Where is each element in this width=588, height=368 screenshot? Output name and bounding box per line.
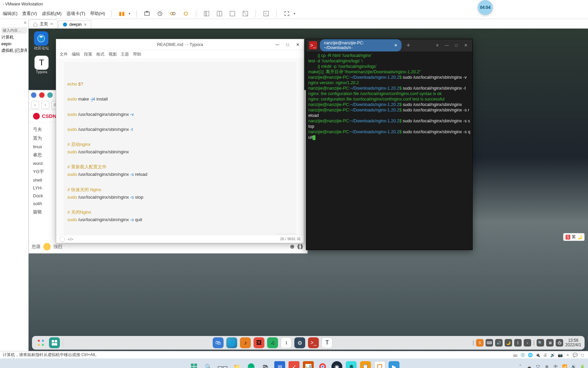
menu-paragraph[interactable]: 段落 — [84, 51, 92, 57]
lang-icon[interactable]: ⊕ — [544, 364, 550, 368]
launcher-icon[interactable] — [35, 337, 46, 348]
menu-help[interactable]: 帮助 — [133, 51, 141, 57]
revert-icon[interactable] — [156, 10, 164, 18]
keyboard-icon[interactable]: ⌨ — [486, 339, 493, 347]
browser-icon[interactable]: 🌐 — [226, 337, 237, 348]
deepin-taskbar[interactable]: 🛍 🌐 ♪ 🖼 ♫ 1 ⚙ >_ T | S ⌨ 🔊 🌙 ᛒ — [32, 336, 585, 350]
typora-window[interactable]: README.md · - Typora — □ ✕ 文件 编辑 段落 格式 视… — [56, 39, 304, 243]
edge-icon[interactable] — [246, 361, 257, 368]
tab-icon[interactable] — [31, 92, 36, 98]
tab-icon[interactable] — [47, 92, 53, 98]
close-button[interactable]: ✕ — [462, 42, 470, 49]
share-button[interactable]: ⟪⟫ — [297, 243, 303, 250]
library-item[interactable]: 虚拟机 (已弃用) — [1, 47, 27, 54]
csdn-logo[interactable]: CSDN — [42, 113, 56, 119]
windows-taskbar[interactable]: 🔍 ▭▭ 📁 🛍 ✉ ✓ 📊 ◉ ❄ 📋 ▶ ˄ ☁ 🛡 ⊕ 中 📶 🔊 🔋 — [0, 358, 588, 368]
terminal-icon[interactable]: >_ — [308, 337, 319, 348]
mail-icon[interactable]: ✉ — [274, 361, 285, 368]
terminal-window[interactable]: >_ nanzijie@nanzijie-PC: ~/Downloads/n··… — [306, 39, 473, 250]
calendar-icon[interactable]: 1 — [281, 337, 292, 348]
taskview-icon[interactable]: ▭▭ — [217, 361, 228, 368]
onedrive-icon[interactable]: ☁ — [526, 364, 532, 368]
sogou-tray-icon[interactable]: S — [476, 339, 484, 347]
device-icon[interactable]: 💬 — [572, 352, 578, 358]
device-icon[interactable]: □ — [580, 352, 585, 358]
layout4-icon[interactable] — [241, 10, 249, 18]
maximize-button[interactable]: □ — [453, 42, 460, 49]
video-icon[interactable]: ▶ — [389, 361, 399, 368]
close-icon[interactable]: ✕ — [50, 22, 53, 26]
pause-button[interactable]: ▮▮ — [118, 10, 126, 18]
clock-widget[interactable]: 04:54 — [478, 0, 493, 15]
code-block[interactable]: echo $? sudo make -j4 install sudo /usr/… — [64, 62, 296, 235]
appstore-icon[interactable]: 🛍 — [213, 337, 224, 348]
menu-icon[interactable]: ≡ — [434, 42, 441, 49]
manage-snapshot-icon[interactable] — [169, 10, 177, 18]
security-icon[interactable]: 🛡 — [535, 364, 541, 368]
volume-icon[interactable]: 🔊 — [495, 339, 503, 347]
chevron-up-icon[interactable]: ˄ — [517, 364, 523, 368]
device-icon[interactable]: 🌐 — [527, 352, 533, 358]
vmware-icon[interactable] — [374, 361, 385, 368]
display-icon[interactable]: 🖥 — [546, 339, 554, 347]
close-icon[interactable]: ✕ — [84, 22, 87, 27]
library-filter[interactable]: 键入内容… — [1, 27, 27, 34]
layout2-icon[interactable] — [215, 10, 224, 18]
forward-button[interactable]: › — [41, 101, 49, 109]
fullscreen-icon[interactable] — [283, 10, 291, 18]
explorer-icon[interactable]: 📁 — [231, 361, 242, 368]
device-icon[interactable]: 🔊 — [550, 352, 555, 358]
tab-icon[interactable] — [39, 92, 45, 98]
snapshot2-icon[interactable] — [182, 10, 190, 18]
gallery-icon[interactable]: 🖼 — [254, 337, 264, 348]
menu-file[interactable]: 文件 — [60, 51, 68, 57]
store-icon[interactable]: 🛍 — [260, 361, 271, 368]
snapshot-icon[interactable] — [143, 10, 151, 18]
menu-edit[interactable]: 编辑 — [72, 51, 80, 57]
chrome-icon[interactable] — [317, 361, 328, 368]
typora-editor[interactable]: echo $? sudo make -j4 install sudo /usr/… — [56, 58, 304, 235]
tab-home[interactable]: 主页 ✕ — [29, 19, 58, 28]
dnd-icon[interactable]: 🌙 — [505, 339, 512, 347]
close-icon[interactable]: ✕ — [394, 43, 397, 48]
close-button[interactable]: ✕ — [293, 41, 303, 49]
source-mode-icon[interactable]: </> — [68, 237, 73, 241]
deepin-forum-icon[interactable] — [34, 31, 48, 46]
terminal-body[interactable]: || cp -R html '/usr/local/nginx'test -d … — [306, 51, 472, 250]
next-icon[interactable]: › — [524, 339, 531, 347]
wifi-icon[interactable]: 📶 — [561, 364, 568, 368]
device-icon[interactable]: 🖴 — [512, 352, 518, 358]
library-item[interactable]: eepin — [1, 41, 27, 47]
multitask-icon[interactable] — [49, 337, 60, 348]
tab-deepin[interactable]: deepin ✕ — [58, 20, 91, 28]
back-button[interactable]: ‹ — [31, 101, 39, 109]
search-tray-icon[interactable]: 🔍 — [537, 339, 544, 347]
menu-view[interactable]: 查看(V) — [22, 11, 37, 17]
fullscreen-dropdown-icon[interactable]: ▾ — [294, 12, 295, 15]
minimize-button[interactable]: — — [443, 42, 451, 49]
terminal-tab[interactable]: nanzijie@nanzijie-PC: ~/Downloads/n·· ✕ — [320, 39, 402, 51]
library-item[interactable]: 计算机 — [1, 34, 27, 41]
menu-vm[interactable]: 虚拟机(M) — [42, 11, 62, 17]
minimize-button[interactable]: — — [273, 41, 282, 49]
device-icon[interactable]: > — [565, 352, 570, 358]
console-icon[interactable]: >_ — [262, 10, 270, 18]
panel-close-icon[interactable]: ✕ — [23, 20, 27, 25]
ime-indicator[interactable]: S 英 🌙 — [563, 233, 585, 241]
device-icon[interactable]: 📷 — [557, 352, 563, 358]
word-count[interactable]: 26 / 9691 词 — [280, 236, 300, 242]
menu-help[interactable]: 帮助(H) — [90, 11, 105, 17]
menu-view[interactable]: 视图 — [109, 51, 117, 57]
power-icon[interactable]: ⏻ — [556, 339, 563, 347]
pause-dropdown-icon[interactable]: ▾ — [129, 12, 130, 15]
todo-icon[interactable]: ✓ — [289, 361, 299, 368]
settings-icon[interactable]: ⚙ — [294, 337, 305, 348]
volume-icon[interactable]: 🔊 — [570, 364, 576, 368]
typora-taskbar-icon[interactable]: T — [322, 337, 332, 348]
steam-icon[interactable]: ◉ — [331, 361, 342, 368]
menu-format[interactable]: 格式 — [96, 51, 104, 57]
device-icon[interactable]: 🖨 — [542, 352, 548, 358]
battery-icon[interactable]: 🔋 — [579, 364, 585, 368]
action-button[interactable]: ⊕ — [290, 243, 294, 250]
device-icon[interactable]: 💿 — [520, 352, 525, 358]
